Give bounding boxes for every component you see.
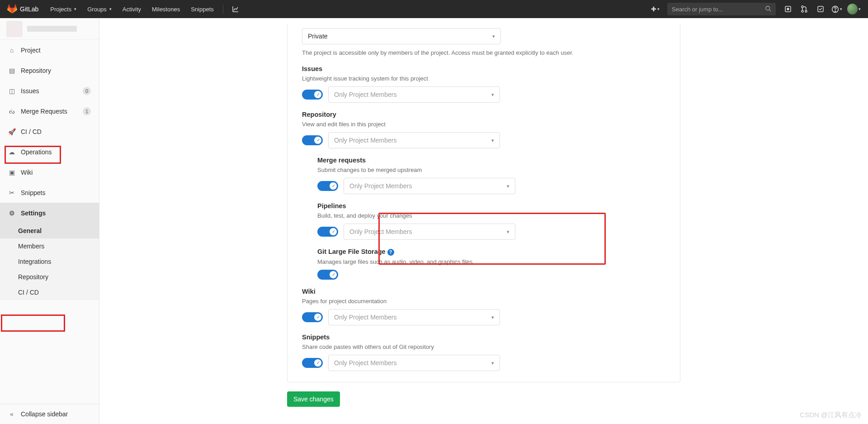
chevron-down-icon: ▾ [491, 138, 494, 143]
issues-access-select[interactable]: Only Project Members▾ [328, 86, 500, 103]
search-placeholder: Search or jump to... [672, 6, 765, 13]
sidebar-item-cicd[interactable]: 🚀CI / CD [0, 121, 99, 142]
repository-title: Repository [302, 111, 665, 118]
snippets-toggle[interactable] [302, 358, 323, 368]
pipelines-toggle[interactable] [317, 227, 338, 237]
merge-toggle[interactable] [317, 181, 338, 191]
plus-icon[interactable]: ✚▾ [647, 0, 663, 18]
nav-activity[interactable]: Activity [118, 0, 146, 18]
top-nav: GitLab Projects▾ Groups▾ Activity Milest… [0, 0, 868, 18]
settings-general[interactable]: General [0, 223, 99, 238]
chevron-down-icon: ▾ [507, 183, 509, 189]
gitlab-logo[interactable]: GitLab [7, 4, 38, 14]
chevron-down-icon: ▾ [492, 33, 495, 39]
section-snippets: Snippets Share code pastes with others o… [302, 333, 665, 371]
todos-icon[interactable] [813, 0, 828, 18]
repository-toggle[interactable] [302, 135, 323, 145]
pipelines-title: Pipelines [317, 202, 665, 210]
sidebar-item-operations[interactable]: ☁Operations [0, 142, 99, 162]
save-button[interactable]: Save changes [287, 391, 340, 407]
svg-point-5 [805, 10, 807, 12]
section-repository: Repository View and edit files in this p… [302, 111, 665, 148]
project-header[interactable] [0, 18, 99, 40]
snippets-access-select[interactable]: Only Project Members▾ [328, 355, 500, 371]
merge-title: Merge requests [317, 157, 665, 164]
nav-separator [223, 5, 223, 14]
sidebar-item-snippets[interactable]: ✂Snippets [0, 182, 99, 203]
settings-integrations[interactable]: Integrations [0, 254, 99, 269]
svg-point-0 [766, 6, 770, 10]
section-merge-requests: Merge requests Submit changes to be merg… [317, 157, 665, 194]
activity-chart-icon[interactable] [228, 0, 243, 18]
merge-requests-icon[interactable] [797, 0, 812, 18]
project-name-redacted [27, 26, 77, 32]
lfs-toggle[interactable] [317, 270, 338, 280]
sidebar-item-wiki[interactable]: ▣Wiki [0, 162, 99, 182]
issues-desc: Lightweight issue tracking system for th… [302, 75, 665, 82]
section-pipelines: Pipelines Build, test, and deploy your c… [317, 202, 665, 240]
nav-links: Projects▾ Groups▾ Activity Milestones Sn… [46, 0, 243, 18]
merge-access-select[interactable]: Only Project Members▾ [344, 178, 515, 194]
help-icon[interactable]: ▾ [829, 0, 844, 18]
search-input[interactable]: Search or jump to... [667, 3, 776, 15]
collapse-sidebar[interactable]: «Collapse sidebar [0, 404, 99, 424]
wiki-title: Wiki [302, 288, 665, 295]
wiki-desc: Pages for project documentation [302, 298, 665, 305]
nav-right: ✚▾ Search or jump to... ▾ ▾ [647, 0, 861, 18]
scissors-icon: ✂ [8, 189, 15, 196]
nav-snippets[interactable]: Snippets [186, 0, 218, 18]
snippets-title: Snippets [302, 333, 665, 341]
settings-repository[interactable]: Repository [0, 269, 99, 285]
mr-icon: ᔔ [8, 108, 15, 115]
brand-text: GitLab [20, 5, 38, 13]
mr-count-badge: 1 [83, 107, 91, 115]
sidebar-item-settings[interactable]: ⚙Settings [0, 203, 99, 223]
svg-point-8 [835, 11, 835, 11]
book-icon: ▣ [8, 169, 15, 176]
repository-access-select[interactable]: Only Project Members▾ [328, 132, 500, 148]
nav-projects[interactable]: Projects▾ [46, 0, 81, 18]
wiki-toggle[interactable] [302, 312, 323, 322]
tanuki-icon [7, 4, 17, 14]
section-wiki: Wiki Pages for project documentation Onl… [302, 288, 665, 325]
svg-point-4 [802, 10, 803, 12]
chevron-down-icon: ▾ [491, 360, 494, 366]
issues-count-badge: 0 [83, 87, 91, 95]
pipelines-desc: Build, test, and deploy your changes [317, 212, 665, 219]
chevron-down-icon: ▾ [491, 92, 494, 98]
rocket-icon: 🚀 [8, 128, 15, 135]
pipelines-access-select[interactable]: Only Project Members▾ [344, 224, 515, 240]
settings-members[interactable]: Members [0, 238, 99, 254]
chevron-left-icon: « [8, 410, 15, 418]
visibility-panel: Private ▾ The project is accessible only… [287, 24, 680, 382]
info-icon[interactable]: ? [387, 249, 394, 256]
settings-submenu: General Members Integrations Repository … [0, 223, 99, 300]
repo-icon: ▤ [8, 67, 15, 74]
user-menu[interactable]: ▾ [845, 0, 861, 18]
home-icon: ⌂ [8, 47, 15, 54]
highlight-box-settings-cicd [1, 314, 65, 332]
merge-desc: Submit changes to be merged upstream [317, 167, 665, 173]
main-content: Private ▾ The project is accessible only… [99, 18, 868, 424]
chevron-down-icon: ▾ [507, 229, 509, 235]
sidebar-item-project[interactable]: ⌂Project [0, 40, 99, 60]
section-issues: Issues Lightweight issue tracking system… [302, 65, 665, 103]
settings-cicd[interactable]: CI / CD [0, 285, 99, 300]
svg-point-2 [787, 8, 789, 10]
nav-groups[interactable]: Groups▾ [83, 0, 116, 18]
nav-milestones[interactable]: Milestones [147, 0, 184, 18]
issues-icon: ◫ [8, 87, 15, 95]
issues-icon[interactable] [780, 0, 796, 18]
ops-icon: ☁ [8, 148, 15, 156]
wiki-access-select[interactable]: Only Project Members▾ [328, 309, 500, 325]
issues-title: Issues [302, 65, 665, 72]
sidebar-item-merge-requests[interactable]: ᔔMerge Requests1 [0, 101, 99, 121]
sidebar: ⌂Project ▤Repository ◫Issues0 ᔔMerge Req… [0, 18, 99, 424]
sidebar-item-repository[interactable]: ▤Repository [0, 60, 99, 81]
chevron-down-icon: ▾ [491, 314, 494, 320]
sidebar-item-issues[interactable]: ◫Issues0 [0, 81, 99, 101]
section-lfs: Git Large File Storage? Manages large fi… [317, 248, 665, 280]
issues-toggle[interactable] [302, 90, 323, 100]
visibility-desc: The project is accessible only by member… [302, 49, 665, 57]
visibility-select[interactable]: Private ▾ [302, 28, 501, 44]
